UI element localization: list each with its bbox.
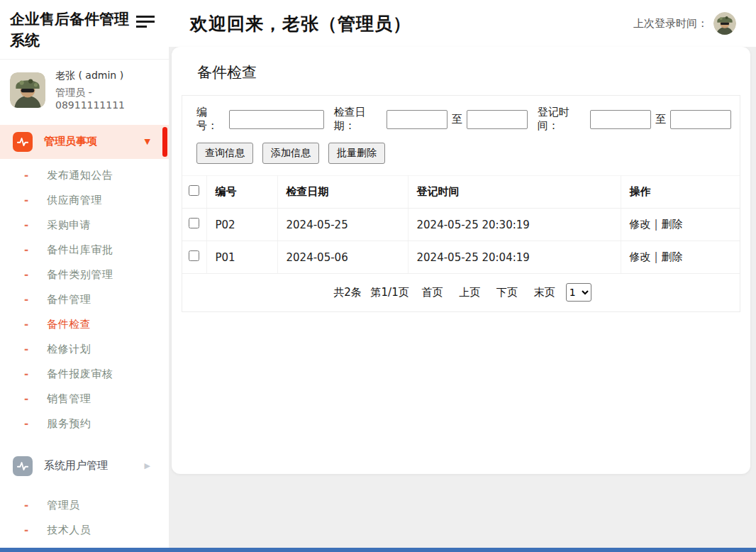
sidebar-item-administrators[interactable]: -管理员 <box>0 493 169 518</box>
pulse-icon <box>13 132 33 152</box>
last-login-info: 上次登录时间： <box>633 0 736 47</box>
sidebar-item-purchase-request[interactable]: -采购申请 <box>0 213 169 238</box>
action-buttons: 查询信息 添加信息 批量删除 <box>182 133 740 164</box>
next-page-link[interactable]: 下页 <box>496 286 518 299</box>
welcome-heading: 欢迎回来，老张（管理员） <box>190 12 411 35</box>
app-root: 企业售后备件管理系统 老张 ( admin ) 管理员 - 089111111 <box>0 0 756 552</box>
content-card: 备件检查 编号： 检查日期： 至 登记时间： 至 查询信息 <box>172 47 750 474</box>
cell-id: P02 <box>206 209 277 241</box>
sidebar-nav: 管理员事项 ▼ -发布通知公告 -供应商管理 -采购申请 -备件出库审批 -备件… <box>0 125 169 552</box>
page-info: 第1/1页 <box>371 286 409 299</box>
page-select[interactable]: 1 <box>566 283 591 302</box>
sidebar-section-admin-matters[interactable]: 管理员事项 ▼ <box>0 125 169 159</box>
cell-register-time: 2024-05-25 20:30:19 <box>408 209 621 241</box>
sidebar-item-parts-inspection[interactable]: -备件检查 <box>0 312 169 337</box>
query-button[interactable]: 查询信息 <box>196 143 253 164</box>
page-title: 备件检查 <box>197 62 740 82</box>
table-row: P02 2024-05-25 2024-05-25 20:30:19 修改|删除 <box>182 209 740 241</box>
sidebar-item-outbound-approval[interactable]: -备件出库审批 <box>0 238 169 263</box>
chevron-down-icon: ▼ <box>145 137 150 146</box>
active-section-indicator <box>162 127 167 157</box>
sidebar-item-parts-mgmt[interactable]: -备件管理 <box>0 287 169 312</box>
sidebar-header: 企业售后备件管理系统 <box>0 0 169 60</box>
content-area: 备件检查 编号： 检查日期： 至 登记时间： 至 查询信息 <box>169 47 756 548</box>
table-header-row: 编号 检查日期 登记时间 操作 <box>182 176 740 209</box>
check-date-label: 检查日期： <box>334 106 384 133</box>
sidebar: 企业售后备件管理系统 老张 ( admin ) 管理员 - 089111111 <box>0 0 169 548</box>
total-count: 共2条 <box>333 286 362 299</box>
col-header-id: 编号 <box>206 176 277 209</box>
cell-id: P01 <box>206 241 277 274</box>
id-label: 编号： <box>196 106 227 133</box>
add-button[interactable]: 添加信息 <box>262 143 319 164</box>
bottom-accent-bar <box>0 548 756 552</box>
section-label: 系统用户管理 <box>44 459 108 473</box>
sidebar-item-scrap-review[interactable]: -备件报废审核 <box>0 362 169 387</box>
sidebar-item-supplier-mgmt[interactable]: -供应商管理 <box>0 188 169 213</box>
id-input[interactable] <box>229 110 324 129</box>
action-separator: | <box>655 218 658 231</box>
section-label: 管理员事项 <box>44 135 97 148</box>
pulse-icon <box>13 456 33 476</box>
batch-delete-button[interactable]: 批量删除 <box>328 143 385 164</box>
app-title: 企业售后备件管理系统 <box>10 9 139 52</box>
edit-link[interactable]: 修改 <box>630 218 651 231</box>
user-profile-text: 老张 ( admin ) 管理员 - 08911111111 <box>55 70 159 111</box>
sidebar-item-service-booking[interactable]: -服务预约 <box>0 412 169 436</box>
col-header-register-time: 登记时间 <box>408 176 621 209</box>
search-form: 编号： 检查日期： 至 登记时间： 至 <box>182 96 740 133</box>
check-date-to-input[interactable] <box>467 110 528 129</box>
register-time-from-input[interactable] <box>590 110 651 129</box>
prev-page-link[interactable]: 上页 <box>459 286 480 299</box>
sidebar-item-technicians[interactable]: -技术人员 <box>0 518 169 543</box>
user-name: 老张 ( admin ) <box>55 70 159 82</box>
chevron-right-icon: ▶ <box>145 461 150 470</box>
col-header-actions: 操作 <box>621 176 740 209</box>
sidebar-item-maintenance-plan[interactable]: -检修计划 <box>0 337 169 362</box>
action-separator: | <box>655 250 658 263</box>
user-profile: 老张 ( admin ) 管理员 - 08911111111 <box>0 60 169 119</box>
last-login-label: 上次登录时间： <box>633 17 708 31</box>
edit-link[interactable]: 修改 <box>630 250 651 263</box>
sidebar-item-sales-mgmt[interactable]: -销售管理 <box>0 387 169 412</box>
sidebar-item-publish-notice[interactable]: -发布通知公告 <box>0 163 169 188</box>
top-header: 欢迎回来，老张（管理员） 上次登录时间： <box>169 0 756 47</box>
delete-link[interactable]: 删除 <box>662 218 683 231</box>
avatar[interactable] <box>713 12 736 35</box>
row-checkbox[interactable] <box>189 218 199 228</box>
avatar <box>10 72 45 108</box>
inspection-panel: 编号： 检查日期： 至 登记时间： 至 查询信息 添加信息 批量删除 <box>182 95 740 312</box>
to-label: 至 <box>452 113 462 126</box>
admin-submenu: -发布通知公告 -供应商管理 -采购申请 -备件出库审批 -备件类别管理 -备件… <box>0 159 169 438</box>
cell-check-date: 2024-05-25 <box>277 209 408 241</box>
sidebar-item-category-mgmt[interactable]: -备件类别管理 <box>0 263 169 287</box>
last-page-link[interactable]: 末页 <box>534 286 555 299</box>
cell-register-time: 2024-05-25 20:04:19 <box>408 241 621 274</box>
user-role: 管理员 - 08911111111 <box>55 87 159 111</box>
register-time-to-input[interactable] <box>670 110 731 129</box>
row-checkbox[interactable] <box>189 250 199 261</box>
to-label: 至 <box>655 113 666 126</box>
check-date-from-input[interactable] <box>387 110 448 129</box>
pagination: 共2条 第1/1页 首页 上页 下页 末页1 <box>182 274 740 311</box>
delete-link[interactable]: 删除 <box>662 250 683 263</box>
table-row: P01 2024-05-06 2024-05-25 20:04:19 修改|删除 <box>182 241 740 274</box>
first-page-link[interactable]: 首页 <box>421 286 443 299</box>
inspection-table: 编号 检查日期 登记时间 操作 P02 2024-05-25 2024-05-2… <box>182 175 740 274</box>
hamburger-menu-icon[interactable] <box>136 16 156 31</box>
cell-actions: 修改|删除 <box>621 241 740 274</box>
sidebar-section-system-users[interactable]: 系统用户管理 ▶ <box>0 449 169 483</box>
select-all-checkbox[interactable] <box>189 185 199 196</box>
users-submenu: -管理员 -技术人员 -客户 <box>0 483 169 552</box>
cell-check-date: 2024-05-06 <box>277 241 408 274</box>
cell-actions: 修改|删除 <box>621 209 740 241</box>
col-header-check-date: 检查日期 <box>277 176 408 209</box>
register-time-label: 登记时间： <box>538 106 588 133</box>
